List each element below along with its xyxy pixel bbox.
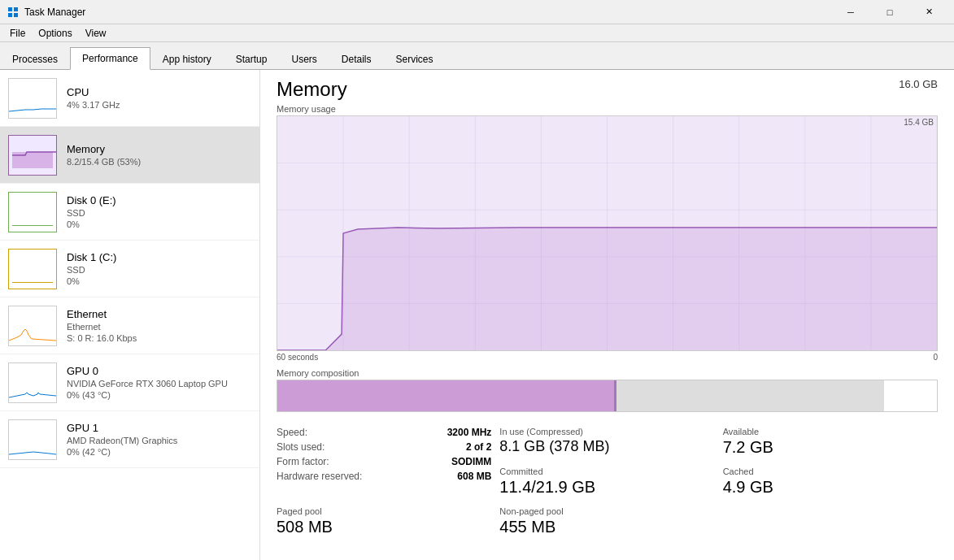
disk0-info: Disk 0 (E:) SSD 0%: [67, 194, 251, 229]
stats-section: In use (Compressed) 8.1 GB (378 MB) Avai…: [277, 422, 938, 541]
composition-standby: [616, 380, 885, 411]
gpu0-thumbnail: [8, 362, 57, 403]
composition-free: [884, 380, 937, 411]
sidebar-item-disk1[interactable]: Disk 1 (C:) SSD 0%: [0, 241, 259, 297]
svg-rect-1: [14, 7, 18, 11]
stat-paged-label: Paged pool: [277, 506, 491, 516]
main-layout: CPU 4% 3.17 GHz Memory 8.2/15.4 GB (53%): [0, 70, 954, 560]
sidebar-item-ethernet[interactable]: Ethernet Ethernet S: 0 R: 16.0 Kbps: [0, 297, 259, 354]
stat-cached-label: Cached: [723, 467, 938, 476]
stat-cached: Cached 4.9 GB: [723, 462, 938, 501]
disk1-sub1: SSD: [67, 265, 251, 275]
close-button[interactable]: ✕: [910, 0, 947, 24]
ethernet-thumbnail: [8, 306, 57, 346]
stat-paged-pool: Paged pool 508 MB: [277, 501, 491, 541]
svg-rect-4: [9, 79, 56, 118]
stat-committed-label: Committed: [499, 467, 714, 476]
tab-startup[interactable]: Startup: [224, 48, 280, 70]
stat-form-value: SODIMM: [451, 456, 491, 467]
titlebar: Task Manager ─ □ ✕: [0, 0, 954, 24]
gpu0-sub1: NVIDIA GeForce RTX 3060 Laptop GPU: [67, 379, 251, 389]
minimize-button[interactable]: ─: [832, 0, 869, 24]
ethernet-sub1: Ethernet: [67, 322, 251, 332]
gpu0-info: GPU 0 NVIDIA GeForce RTX 3060 Laptop GPU…: [67, 365, 251, 400]
tab-services[interactable]: Services: [384, 48, 446, 70]
tab-processes[interactable]: Processes: [0, 48, 70, 70]
cpu-info: CPU 4% 3.17 GHz: [67, 86, 251, 110]
stat-hwreserved-value: 608 MB: [457, 471, 491, 482]
sidebar-item-gpu1[interactable]: GPU 1 AMD Radeon(TM) Graphics 0% (42 °C): [0, 411, 259, 468]
disk1-info: Disk 1 (C:) SSD 0%: [67, 251, 251, 286]
maximize-button[interactable]: □: [871, 0, 908, 24]
tab-details[interactable]: Details: [329, 48, 384, 70]
gpu1-sub2: 0% (42 °C): [67, 447, 251, 457]
gpu1-thumbnail: [8, 419, 57, 460]
stat-nonpaged-pool: Non-paged pool 455 MB: [499, 501, 714, 541]
stat-paged-value: 508 MB: [277, 518, 491, 536]
right-stats-block: Speed: 3200 MHz Slots used: 2 of 2 Form …: [277, 422, 491, 501]
svg-rect-6: [12, 152, 53, 168]
disk1-sub2: 0%: [67, 276, 251, 286]
sidebar-item-gpu0[interactable]: GPU 0 NVIDIA GeForce RTX 3060 Laptop GPU…: [0, 354, 259, 411]
menu-options[interactable]: Options: [32, 26, 78, 41]
stat-in-use-value: 8.1 GB (378 MB): [499, 438, 714, 455]
menu-file[interactable]: File: [3, 26, 32, 41]
stat-available: Available 7.2 GB: [723, 422, 938, 462]
stat-cached-value: 4.9 GB: [723, 478, 938, 497]
stat-form-label: Form factor:: [277, 456, 329, 467]
ethernet-sub2: S: 0 R: 16.0 Kbps: [67, 333, 251, 343]
app-icon: [7, 6, 20, 19]
menu-view[interactable]: View: [79, 26, 113, 41]
disk1-name: Disk 1 (C:): [67, 251, 251, 263]
chart-time-left: 60 seconds: [277, 353, 318, 362]
menubar: File Options View: [0, 24, 954, 42]
chart-usage-label: Memory usage: [277, 104, 938, 114]
ethernet-name: Ethernet: [67, 308, 251, 320]
svg-marker-28: [277, 228, 937, 350]
svg-rect-12: [9, 363, 56, 402]
svg-rect-10: [12, 282, 53, 283]
content-title: Memory: [277, 78, 347, 101]
stat-slots-label: Slots used:: [277, 441, 325, 453]
gpu0-name: GPU 0: [67, 365, 251, 377]
content-panel: Memory 16.0 GB Memory usage 15.4 GB: [260, 70, 954, 560]
composition-label: Memory composition: [277, 368, 938, 378]
disk0-name: Disk 0 (E:): [67, 194, 251, 206]
content-total: 16.0 GB: [899, 78, 938, 90]
total-label: 16.0 GB: [899, 78, 938, 90]
tab-performance[interactable]: Performance: [70, 47, 150, 70]
composition-bar: [277, 380, 938, 412]
stat-slots-row: Slots used: 2 of 2: [277, 441, 491, 453]
chart-time-right: 0: [933, 353, 938, 362]
memory-info: Memory 8.2/15.4 GB (53%): [67, 143, 251, 167]
memory-usage-section: Memory usage 15.4 GB: [277, 104, 938, 362]
sidebar-item-cpu[interactable]: CPU 4% 3.17 GHz: [0, 70, 259, 127]
svg-rect-2: [8, 13, 12, 17]
cpu-sub: 4% 3.17 GHz: [67, 100, 251, 110]
stat-committed: Committed 11.4/21.9 GB: [499, 462, 714, 501]
stat-available-value: 7.2 GB: [723, 438, 938, 457]
tab-app-history[interactable]: App history: [150, 48, 224, 70]
disk0-sub1: SSD: [67, 208, 251, 218]
memory-name: Memory: [67, 143, 251, 155]
disk1-thumbnail: [8, 249, 57, 289]
content-header: Memory 16.0 GB: [277, 78, 938, 101]
gpu1-name: GPU 1: [67, 422, 251, 434]
sidebar-item-memory[interactable]: Memory 8.2/15.4 GB (53%): [0, 127, 259, 184]
gpu0-sub2: 0% (43 °C): [67, 390, 251, 400]
gpu1-sub1: AMD Radeon(TM) Graphics: [67, 436, 251, 445]
stat-form-row: Form factor: SODIMM: [277, 456, 491, 467]
disk0-thumbnail: [8, 192, 57, 232]
svg-rect-11: [9, 306, 56, 345]
composition-modified: [614, 380, 616, 411]
memory-composition-section: Memory composition: [277, 368, 938, 412]
sidebar: CPU 4% 3.17 GHz Memory 8.2/15.4 GB (53%): [0, 70, 260, 560]
sidebar-item-disk0[interactable]: Disk 0 (E:) SSD 0%: [0, 184, 259, 241]
tab-users[interactable]: Users: [279, 48, 329, 70]
stat-speed-label: Speed:: [277, 427, 307, 438]
svg-rect-0: [8, 7, 12, 11]
cpu-name: CPU: [67, 86, 251, 98]
svg-rect-8: [12, 225, 53, 226]
memory-sub: 8.2/15.4 GB (53%): [67, 157, 251, 167]
cpu-thumbnail: [8, 78, 57, 119]
